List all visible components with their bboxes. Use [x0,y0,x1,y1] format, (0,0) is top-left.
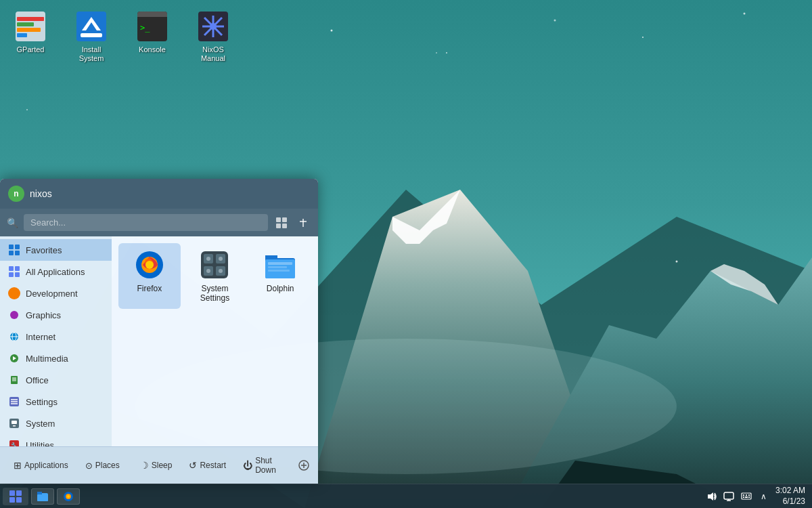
app-menu: n nixos 🔍 [0,179,318,484]
footer-places-btn[interactable]: ⊙ Places [78,457,127,474]
svg-rect-99 [37,494,48,501]
install-system-label: Install System [71,45,112,63]
svg-rect-47 [15,266,20,271]
svg-rect-67 [13,425,16,427]
places-icon: ⊙ [85,461,93,471]
footer-shutdown-btn[interactable]: ⏻ Shut Down [236,452,293,478]
desktop-icon-konsole[interactable]: >_ Konsole [129,7,176,66]
svg-rect-87 [268,262,292,265]
sleep-icon: ☽ [140,460,149,471]
search-input[interactable] [24,214,268,231]
sidebar-item-internet[interactable]: Internet [0,326,112,347]
footer-sleep-btn[interactable]: ☽ Sleep [133,457,179,474]
firefox-label: Firefox [137,284,162,293]
svg-rect-111 [743,496,744,498]
menu-footer: ⊞ Applications ⊙ Places ☽ Sleep ↺ Restar… [0,446,318,484]
sidebar-item-system[interactable]: System [0,412,112,434]
favorites-icon [8,244,20,256]
system-icon [8,417,20,429]
development-icon [8,287,20,299]
svg-rect-28 [137,14,167,17]
applications-icon: ⊞ [14,460,22,471]
svg-point-14 [26,109,28,110]
sidebar-item-utilities[interactable]: 🔧 Utilities [0,434,112,446]
dolphin-icon [264,249,296,281]
office-icon [8,374,20,386]
svg-point-16 [436,52,437,54]
taskbar-left [0,488,705,505]
install-system-icon [75,10,108,43]
pin-icon[interactable] [295,215,311,231]
svg-rect-113 [748,496,750,498]
system-tray-expand[interactable]: ∧ [758,490,770,503]
svg-rect-49 [15,272,20,277]
search-mode-toggle[interactable] [273,215,290,231]
svg-rect-18 [17,17,44,21]
menu-header: n nixos [0,179,318,209]
menu-apps: Firefox [112,236,318,446]
sidebar-item-multimedia[interactable]: Multimedia [0,347,112,369]
nixos-manual-icon [197,10,229,43]
desktop-icon-nixos-manual[interactable]: NixOS Manual [189,7,237,66]
network-icon[interactable] [723,490,735,503]
sidebar-item-favorites[interactable]: Favorites [0,239,112,261]
desktop-icon-install-system[interactable]: Install System [68,7,115,66]
sidebar-item-all-applications[interactable]: All Applications [0,261,112,282]
restart-icon: ↺ [189,460,197,471]
app-menu-button[interactable] [3,488,28,505]
svg-point-50 [11,290,18,297]
svg-rect-112 [745,496,748,498]
places-label: Places [95,461,120,470]
taskbar-files-btn[interactable] [31,488,54,505]
multimedia-icon [8,352,20,364]
system-settings-label: System Settings [187,284,243,303]
volume-icon[interactable] [705,490,717,503]
clock: 3:02 AM 6/1/23 [775,486,805,507]
footer-applications-btn[interactable]: ⊞ Applications [7,457,75,474]
svg-rect-107 [742,493,751,499]
gparted-label: GParted [17,45,45,54]
svg-rect-44 [9,251,14,255]
svg-point-51 [10,311,18,319]
sleep-label: Sleep [152,461,173,470]
desktop-icon-gparted[interactable]: GParted [7,7,54,66]
svg-point-12 [642,37,644,38]
sidebar-item-office[interactable]: Office [0,369,112,391]
sidebar-item-development[interactable]: Development [0,282,112,304]
svg-rect-19 [17,22,34,26]
footer-restart-btn[interactable]: ↺ Restart [182,457,233,474]
keyboard-icon[interactable] [740,490,752,503]
sidebar-item-settings[interactable]: Settings [0,391,112,412]
svg-point-80 [206,257,210,261]
sidebar-item-graphics[interactable]: Graphics [0,304,112,326]
app-item-dolphin[interactable]: Dolphin [249,243,311,309]
svg-rect-36 [276,217,281,222]
app-item-firefox[interactable]: Firefox [118,243,181,309]
svg-point-83 [219,269,223,273]
menu-sidebar: Favorites All Applications [0,236,112,446]
svg-point-9 [331,30,333,32]
svg-rect-96 [16,497,22,503]
app-item-system-settings[interactable]: System Settings [184,243,246,309]
svg-point-81 [219,257,223,261]
clock-date: 6/1/23 [775,496,805,507]
svg-rect-88 [268,266,287,268]
svg-rect-93 [9,490,15,496]
svg-point-10 [446,52,447,54]
restart-label: Restart [200,461,226,470]
svg-rect-95 [9,497,15,503]
shutdown-label: Shut Down [255,456,286,475]
settings-icon [8,396,20,408]
utilities-icon: 🔧 [8,439,20,446]
taskbar: ∧ 3:02 AM 6/1/23 [0,484,812,508]
svg-rect-39 [282,224,287,228]
svg-rect-20 [17,28,41,32]
more-options-btn[interactable] [296,457,311,474]
svg-point-11 [554,20,556,22]
menu-search-bar: 🔍 [0,209,318,236]
svg-rect-38 [276,224,281,228]
system-settings-icon [198,249,231,281]
svg-point-35 [210,23,217,30]
taskbar-firefox-btn[interactable] [57,488,80,505]
svg-text:>_: >_ [140,23,150,33]
